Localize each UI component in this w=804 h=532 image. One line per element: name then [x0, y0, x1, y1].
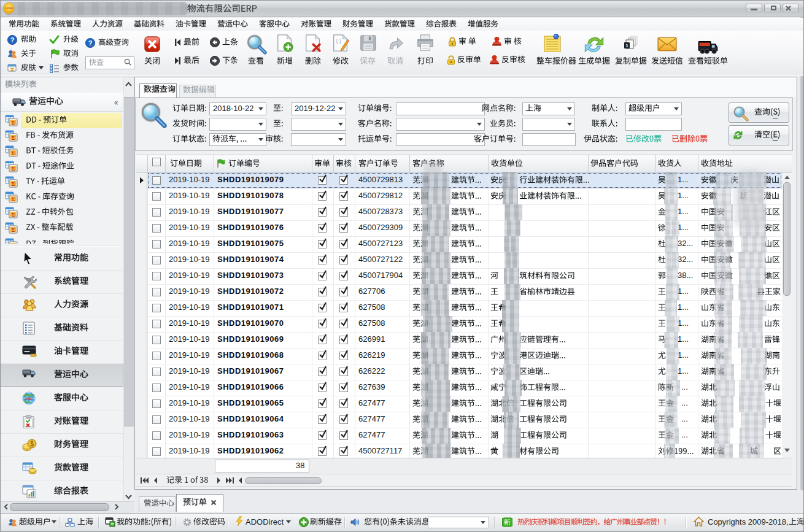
- svg-text:LOGI: LOGI: [5, 6, 13, 10]
- svg-text:$: $: [30, 441, 34, 447]
- svg-text:?: ?: [88, 39, 93, 47]
- svg-text:Σ: Σ: [12, 212, 15, 218]
- svg-text:1: 1: [625, 43, 628, 48]
- svg-text:Σ: Σ: [12, 120, 15, 126]
- svg-text:Σ: Σ: [12, 150, 15, 156]
- svg-text:?: ?: [10, 36, 15, 44]
- svg-text:Σ: Σ: [12, 227, 15, 233]
- svg-text:{ }: { }: [336, 38, 341, 44]
- svg-text:ABC: ABC: [25, 397, 33, 401]
- svg-text:Σ: Σ: [12, 181, 15, 187]
- svg-text:Σ: Σ: [12, 166, 15, 172]
- svg-text:Σ: Σ: [12, 135, 15, 141]
- svg-text:Σ: Σ: [12, 196, 15, 202]
